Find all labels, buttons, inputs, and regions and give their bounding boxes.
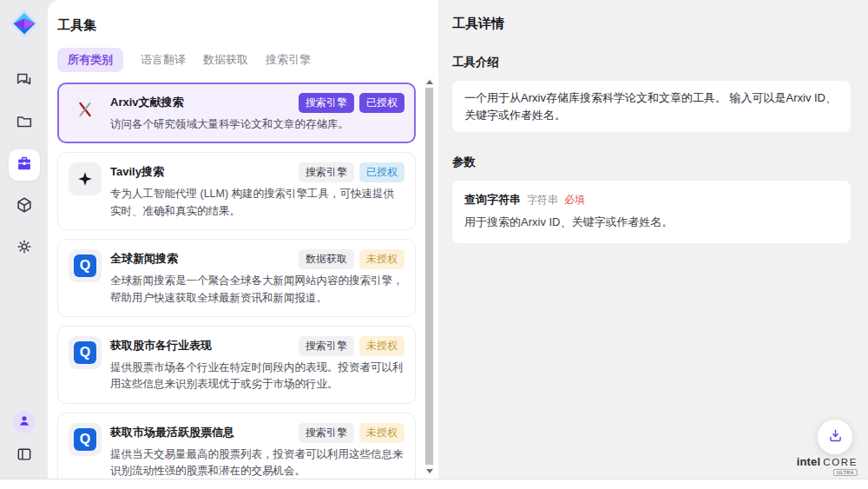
tool-description: 全球新闻搜索是一个聚合全球各大新闻网站内容的搜索引擎，帮助用户快速获取全球最新资…	[110, 273, 404, 307]
tool-card-global-news[interactable]: 全球新闻搜索 数据获取 未授权 全球新闻搜索是一个聚合全球各大新闻网站内容的搜索…	[57, 239, 416, 317]
chat-icon	[15, 70, 34, 93]
q-logo-icon	[69, 249, 102, 282]
tool-card-active-stocks[interactable]: 获取市场最活跃股票信息 搜索引擎 未授权 提供当天交易量最高的股票列表，投资者可…	[57, 413, 416, 484]
category-badge: 数据获取	[299, 249, 354, 269]
auth-status-badge: 已授权	[359, 93, 404, 113]
param-type: 字符串	[527, 193, 558, 208]
params-heading: 参数	[452, 155, 851, 170]
tool-detail-panel: 工具详情 工具介绍 一个用于从Arxiv存储库搜索科学论文和文章的工具。 输入可…	[438, 0, 868, 479]
layout-panel-icon	[16, 451, 33, 466]
tab-all-categories[interactable]: 所有类别	[57, 48, 123, 72]
toolbox-icon	[15, 154, 34, 176]
tool-card-sector-performance[interactable]: 获取股市各行业表现 搜索引擎 未授权 提供股票市场各个行业在特定时间段内的表现。…	[57, 326, 416, 404]
category-badge: 搜索引擎	[299, 336, 354, 356]
sidebar-item-packages[interactable]	[9, 191, 40, 222]
auth-status-badge: 已授权	[359, 162, 404, 182]
folder-icon	[15, 112, 34, 135]
tool-title: 获取股市各行业表现	[110, 336, 212, 354]
sidebar-item-files[interactable]	[9, 108, 40, 139]
tab-search-engine[interactable]: 搜索引擎	[266, 48, 311, 72]
scroll-down-arrow[interactable]	[424, 466, 434, 476]
core-series-text: core	[823, 457, 858, 467]
list-scrollbar[interactable]	[424, 76, 434, 476]
tool-title: 全球新闻搜索	[110, 249, 178, 267]
auth-status-badge: 未授权	[359, 336, 404, 356]
q-logo-icon	[69, 336, 102, 369]
tool-title: Arxiv文献搜索	[110, 93, 184, 110]
scrollbar-thumb[interactable]	[425, 88, 433, 465]
q-logo-icon	[69, 423, 102, 456]
intel-brand-text: intel	[797, 455, 821, 468]
tool-description: 专为人工智能代理 (LLM) 构建的搜索引擎工具，可快速提供实时、准确和真实的结…	[110, 186, 404, 220]
sidebar-item-tools[interactable]	[9, 149, 40, 181]
user-avatar[interactable]	[13, 411, 36, 433]
download-icon	[827, 427, 844, 447]
tool-card-arxiv[interactable]: Arxiv文献搜索 搜索引擎 已授权 访问各个研究领域大量科学论文和文章的存储库…	[57, 83, 416, 143]
category-badge: 搜索引擎	[299, 162, 354, 182]
sidebar-item-settings[interactable]	[9, 233, 40, 264]
detail-title: 工具详情	[452, 16, 851, 32]
auth-status-badge: 未授权	[359, 423, 404, 443]
arxiv-logo-icon	[69, 93, 102, 126]
tool-list-panel: 工具集 所有类别 语言翻译 数据获取 搜索引擎 Arxiv文献搜索	[48, 0, 438, 479]
tool-title: 获取市场最活跃股票信息	[110, 423, 234, 440]
parameter-item: 查询字符串 字符串 必填 用于搜索的Arxiv ID、关键字或作者姓名。	[452, 181, 851, 243]
window-bottom-edge	[0, 479, 868, 489]
category-badge: 搜索引擎	[299, 423, 354, 443]
tool-list: Arxiv文献搜索 搜索引擎 已授权 访问各个研究领域大量科学论文和文章的存储库…	[57, 83, 416, 484]
download-button[interactable]	[818, 420, 852, 454]
param-required-label: 必填	[564, 193, 585, 208]
sidebar-item-chat[interactable]	[9, 66, 40, 97]
tool-description: 提供当天交易量最高的股票列表，投资者可以利用这些信息来识别流动性强的股票和潜在的…	[110, 446, 404, 480]
person-icon	[16, 413, 32, 432]
collapse-panel-button[interactable]	[16, 446, 33, 466]
page-title: 工具集	[57, 17, 438, 34]
category-badge: 搜索引擎	[299, 93, 354, 113]
sidebar	[0, 0, 48, 479]
tool-title: Tavily搜索	[110, 162, 164, 180]
auth-status-badge: 未授权	[359, 249, 404, 269]
cube-icon	[15, 195, 34, 218]
tab-data-acquisition[interactable]: 数据获取	[203, 48, 248, 72]
tavily-star-icon	[69, 162, 102, 195]
tool-description: 访问各个研究领域大量科学论文和文章的存储库。	[110, 116, 404, 133]
tab-language-translation[interactable]: 语言翻译	[141, 48, 186, 72]
intro-text: 一个用于从Arxiv存储库搜索科学论文和文章的工具。 输入可以是Arxiv ID…	[452, 81, 851, 132]
scroll-up-arrow[interactable]	[424, 76, 434, 87]
intro-heading: 工具介绍	[452, 55, 851, 70]
tool-description: 提供股票市场各个行业在特定时间段内的表现。投资者可以利用这些信息来识别表现优于或…	[110, 360, 404, 393]
category-tabs: 所有类别 语言翻译 数据获取 搜索引擎	[57, 48, 438, 72]
tool-card-tavily[interactable]: Tavily搜索 搜索引擎 已授权 专为人工智能代理 (LLM) 构建的搜索引擎…	[57, 152, 416, 230]
app-window: 工具集 所有类别 语言翻译 数据获取 搜索引擎 Arxiv文献搜索	[0, 0, 868, 489]
intel-core-ultra-logo: intel core ultra	[797, 455, 858, 476]
gear-icon	[15, 237, 34, 260]
ultra-tier-badge: ultra	[833, 469, 858, 476]
param-description: 用于搜索的Arxiv ID、关键字或作者姓名。	[464, 215, 838, 230]
app-logo-icon	[8, 7, 41, 40]
param-name: 查询字符串	[464, 192, 521, 208]
